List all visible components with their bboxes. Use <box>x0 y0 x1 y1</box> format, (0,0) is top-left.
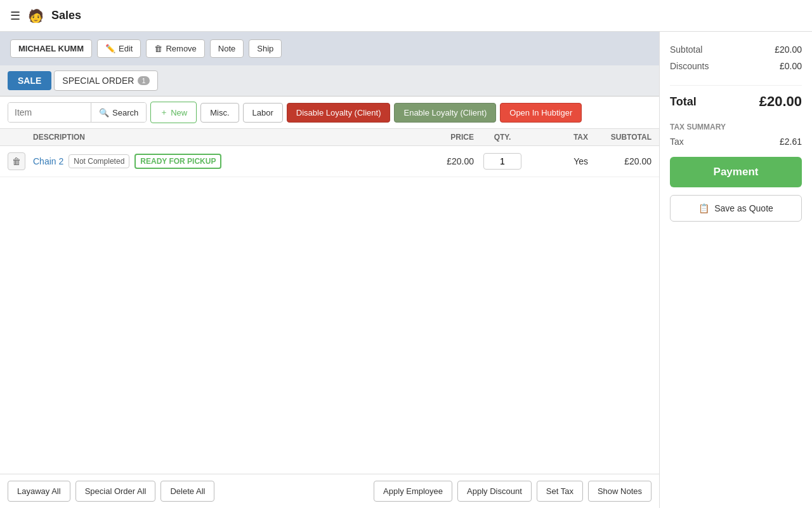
plus-icon: ＋ <box>160 107 168 118</box>
remove-icon: 🗑 <box>154 44 162 53</box>
trash-icon: 🗑 <box>12 156 21 166</box>
remove-button[interactable]: 🗑 Remove <box>146 39 204 58</box>
col-delete <box>8 133 33 142</box>
open-hubtiger-button[interactable]: Open In Hubtiger <box>500 103 582 123</box>
subtotal-label: Subtotal <box>670 44 702 55</box>
apply-discount-button[interactable]: Apply Discount <box>457 481 532 502</box>
customer-bar: MICHAEL KUMM ✏️ Edit 🗑 Remove Note Ship <box>0 32 659 65</box>
total-row: Total £20.00 <box>670 85 802 110</box>
discounts-value: £0.00 <box>780 61 802 71</box>
table-body: 🗑 Chain 2 Not Completed READY FOR PICKUP… <box>0 146 659 474</box>
subtotal-cell: £20.00 <box>588 156 652 166</box>
hamburger-icon[interactable]: ☰ <box>10 9 20 23</box>
total-label: Total <box>670 95 697 109</box>
payment-button[interactable]: Payment <box>670 157 802 187</box>
quote-icon: 📋 <box>698 203 709 213</box>
apply-employee-button[interactable]: Apply Employee <box>374 481 452 502</box>
note-button[interactable]: Note <box>210 39 244 58</box>
special-order-all-button[interactable]: Special Order All <box>75 481 156 502</box>
left-panel: MICHAEL KUMM ✏️ Edit 🗑 Remove Note Ship … <box>0 32 660 508</box>
col-qty: QTY. <box>474 133 531 142</box>
search-button[interactable]: 🔍 Search <box>91 103 146 122</box>
new-button[interactable]: ＋ New <box>150 102 197 123</box>
subtotal-row: Subtotal £20.00 <box>670 44 802 55</box>
delete-row-button[interactable]: 🗑 <box>8 152 25 170</box>
edit-button[interactable]: ✏️ Edit <box>97 39 141 58</box>
edit-icon: ✏️ <box>105 44 115 53</box>
col-description: DESCRIPTION <box>33 133 417 142</box>
qty-cell <box>474 153 531 170</box>
nav-title: Sales <box>51 9 81 22</box>
subtotal-value: £20.00 <box>775 44 802 55</box>
tax-cell: Yes <box>531 156 588 166</box>
qty-input[interactable] <box>483 153 521 170</box>
ship-button[interactable]: Ship <box>249 39 282 58</box>
col-subtotal: SUBTOTAL <box>588 133 652 142</box>
labor-button[interactable]: Labor <box>243 103 283 123</box>
tab-special-order[interactable]: SPECIAL ORDER 1 <box>54 70 157 91</box>
misc-button[interactable]: Misc. <box>200 103 239 123</box>
item-link[interactable]: Chain 2 <box>33 156 63 166</box>
tab-bar: SALE SPECIAL ORDER 1 <box>0 65 659 97</box>
row-delete-cell: 🗑 <box>8 152 33 170</box>
total-value: £20.00 <box>759 93 802 110</box>
special-order-badge: 1 <box>138 76 149 85</box>
tab-sale[interactable]: SALE <box>8 71 51 90</box>
enable-loyalty-button[interactable]: Enable Loyalty (Client) <box>394 103 496 123</box>
main-layout: MICHAEL KUMM ✏️ Edit 🗑 Remove Note Ship … <box>0 32 812 508</box>
tax-summary-header: TAX SUMMARY <box>670 123 802 131</box>
tax-value: £2.61 <box>780 137 802 147</box>
nav-logo-icon: 🧑 <box>28 8 44 23</box>
right-panel: Subtotal £20.00 Discounts £0.00 Total £2… <box>660 32 812 508</box>
tax-row: Tax £2.61 <box>670 137 802 147</box>
tax-label: Tax <box>670 137 684 147</box>
bottom-actions: Layaway All Special Order All Delete All… <box>0 474 659 508</box>
customer-name-button[interactable]: MICHAEL KUMM <box>10 39 92 58</box>
price-cell: £20.00 <box>417 156 474 166</box>
set-tax-button[interactable]: Set Tax <box>537 481 583 502</box>
discounts-label: Discounts <box>670 61 709 71</box>
search-icon: 🔍 <box>99 108 109 117</box>
bottom-left-actions: Layaway All Special Order All Delete All <box>8 481 214 502</box>
table-header: DESCRIPTION PRICE QTY. TAX SUBTOTAL <box>0 129 659 146</box>
col-tax: TAX <box>531 133 588 142</box>
toolbar: 🔍 Search ＋ New Misc. Labor Disable Loyal… <box>0 97 659 129</box>
save-quote-button[interactable]: 📋 Save as Quote <box>670 195 802 222</box>
delete-all-button[interactable]: Delete All <box>160 481 214 502</box>
description-cell: Chain 2 Not Completed READY FOR PICKUP <box>33 154 417 169</box>
show-notes-button[interactable]: Show Notes <box>588 481 652 502</box>
status-ready-pickup[interactable]: READY FOR PICKUP <box>134 154 221 169</box>
top-nav: ☰ 🧑 Sales <box>0 0 812 32</box>
col-price: PRICE <box>417 133 474 142</box>
search-input-wrap: 🔍 Search <box>8 102 147 123</box>
bottom-right-actions: Apply Employee Apply Discount Set Tax Sh… <box>374 481 652 502</box>
discounts-row: Discounts £0.00 <box>670 61 802 71</box>
disable-loyalty-button[interactable]: Disable Loyalty (Client) <box>287 103 391 123</box>
item-input[interactable] <box>8 103 91 122</box>
status-not-completed[interactable]: Not Completed <box>69 154 129 168</box>
table-row: 🗑 Chain 2 Not Completed READY FOR PICKUP… <box>0 146 659 177</box>
layaway-all-button[interactable]: Layaway All <box>8 481 70 502</box>
